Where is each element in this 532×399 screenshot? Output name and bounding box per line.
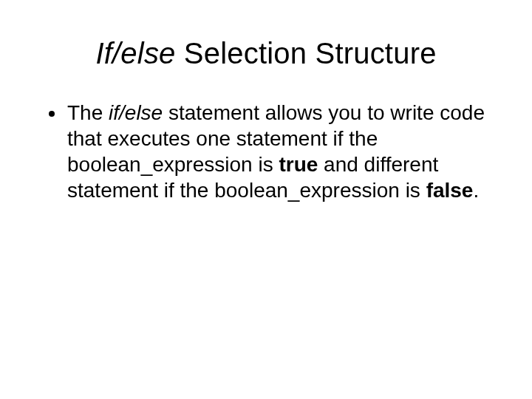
bullet-item: The if/else statement allows you to writ… xyxy=(66,100,491,203)
slide: If/else Selection Structure The if/else … xyxy=(0,0,532,399)
title-rest: Selection Structure xyxy=(176,37,437,69)
text: . xyxy=(473,179,479,202)
keyword-bold-true: true xyxy=(279,153,318,176)
keyword-bold-false: false xyxy=(426,179,474,202)
title-keyword: If/else xyxy=(95,37,175,69)
text: The xyxy=(67,101,109,124)
slide-title: If/else Selection Structure xyxy=(41,37,491,70)
keyword-italic: if/else xyxy=(109,101,163,124)
bullet-list: The if/else statement allows you to writ… xyxy=(41,100,491,203)
